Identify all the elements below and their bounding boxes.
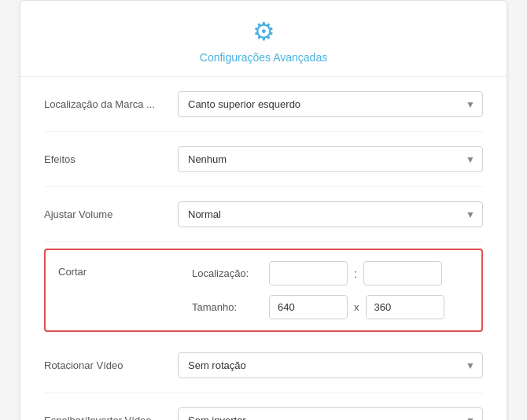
form-rows: Localização da Marca ... Canto superior … (20, 77, 507, 420)
advanced-settings-panel: ⚙ Configurações Avançadas Localização da… (20, 0, 507, 420)
select-espelhar-video[interactable]: Sem inverter Horizontal Vertical (178, 407, 483, 420)
label-localizacao-marca: Localização da Marca ... (44, 98, 178, 110)
select-localizacao-marca[interactable]: Canto superior esquerdo Canto superior d… (178, 91, 483, 117)
label-ajustar-volume: Ajustar Volume (44, 208, 178, 220)
select-wrapper-volume: Normal Alto Baixo Mudo ▼ (178, 201, 483, 227)
label-cortar: Cortar (58, 261, 192, 278)
crop-localizacao-row: Localização: : (192, 261, 469, 286)
row-rotacionar-video: Rotacionar Vídeo Sem rotação 90° Direita… (44, 338, 483, 393)
row-localizacao-marca: Localização da Marca ... Canto superior … (44, 77, 483, 132)
select-wrapper-efeitos: Nenhum Preto e Branco Sépia Negativo ▼ (178, 146, 483, 172)
crop-loc-y-input[interactable] (363, 261, 442, 286)
control-efeitos: Nenhum Preto e Branco Sépia Negativo ▼ (178, 146, 483, 172)
label-rotacionar-video: Rotacionar Vídeo (44, 359, 178, 371)
row-efeitos: Efeitos Nenhum Preto e Branco Sépia Nega… (44, 132, 483, 187)
row-ajustar-volume: Ajustar Volume Normal Alto Baixo Mudo ▼ (44, 187, 483, 242)
control-localizacao-marca: Canto superior esquerdo Canto superior d… (178, 91, 483, 117)
crop-x-separator: x (354, 301, 359, 313)
select-efeitos[interactable]: Nenhum Preto e Branco Sépia Negativo (178, 146, 483, 172)
label-espelhar-video: Espelhar/Inverter Vídeo (44, 414, 178, 420)
row-cortar: Cortar Localização: : Tamanho: x (44, 249, 483, 332)
control-rotacionar-video: Sem rotação 90° Direita 90° Esquerda 180… (178, 352, 483, 378)
control-ajustar-volume: Normal Alto Baixo Mudo ▼ (178, 201, 483, 227)
crop-loc-x-input[interactable] (269, 261, 348, 286)
gear-icon: ⚙ (252, 17, 275, 46)
crop-tamanho-row: Tamanho: x (192, 295, 469, 319)
crop-width-input[interactable] (269, 295, 348, 319)
panel-header: ⚙ Configurações Avançadas (20, 1, 507, 77)
crop-separator-colon: : (354, 267, 357, 280)
select-wrapper-rotacao: Sem rotação 90° Direita 90° Esquerda 180… (178, 352, 483, 378)
control-espelhar-video: Sem inverter Horizontal Vertical ▼ (178, 407, 483, 420)
select-wrapper-espelhar: Sem inverter Horizontal Vertical ▼ (178, 407, 483, 420)
crop-fields: Localização: : Tamanho: x (192, 261, 469, 319)
crop-localizacao-label: Localização: (192, 267, 263, 279)
select-wrapper-localizacao: Canto superior esquerdo Canto superior d… (178, 91, 483, 117)
crop-height-input[interactable] (366, 295, 444, 319)
crop-tamanho-label: Tamanho: (192, 301, 263, 313)
row-espelhar-video: Espelhar/Inverter Vídeo Sem inverter Hor… (44, 393, 483, 420)
label-efeitos: Efeitos (44, 153, 178, 165)
panel-title: Configurações Avançadas (200, 51, 327, 64)
select-ajustar-volume[interactable]: Normal Alto Baixo Mudo (178, 201, 483, 227)
select-rotacionar-video[interactable]: Sem rotação 90° Direita 90° Esquerda 180… (178, 352, 483, 378)
